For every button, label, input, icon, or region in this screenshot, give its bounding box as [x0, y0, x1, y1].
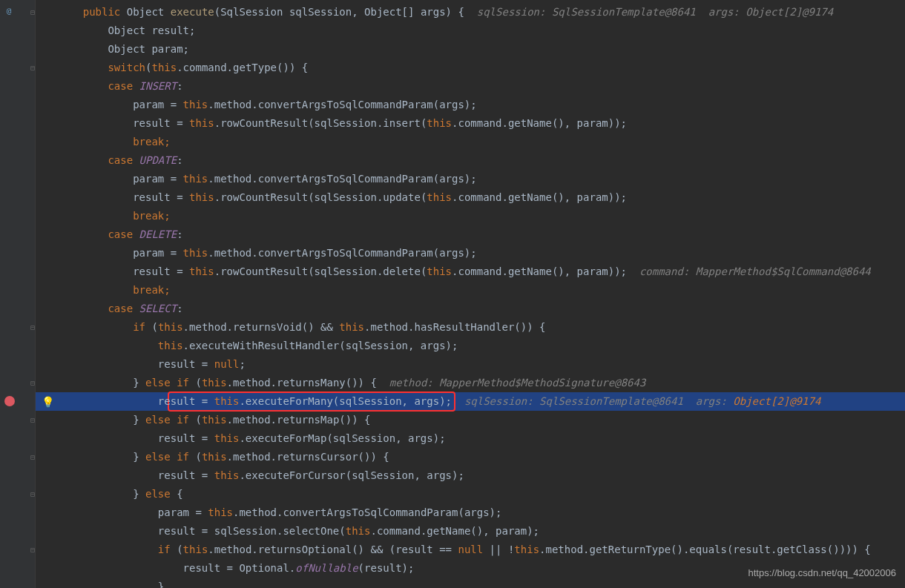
- code-line: result = this.rowCountResult(sqlSession.…: [58, 114, 905, 133]
- override-icon[interactable]: @: [3, 4, 15, 16]
- code-line: if (this.method.returnsOptional() && (re…: [58, 541, 905, 559]
- code-line: this.executeWithResultHandler(sqlSession…: [58, 337, 905, 355]
- code-line: } else if (this.method.returnsCursor()) …: [58, 448, 905, 466]
- code-line: if (this.method.returnsVoid() && this.me…: [58, 318, 905, 337]
- code-line: break;: [58, 207, 905, 225]
- code-editor[interactable]: public Object execute(SqlSession sqlSess…: [36, 0, 905, 588]
- code-line: result = this.executeForMany(sqlSession,…: [58, 392, 905, 411]
- code-line: case UPDATE:: [58, 151, 905, 170]
- code-line: result = this.rowCountResult(sqlSession.…: [58, 188, 905, 207]
- code-line: break;: [58, 281, 905, 300]
- code-line: Object result;: [58, 22, 905, 40]
- watermark-text: https://blog.csdn.net/qq_42002006: [748, 564, 897, 582]
- code-line: result = this.executeForMap(sqlSession, …: [58, 429, 905, 448]
- code-line: result = this.rowCountResult(sqlSession.…: [58, 262, 905, 281]
- code-line: result = this.executeForCursor(sqlSessio…: [58, 466, 905, 485]
- code-line: case SELECT:: [58, 300, 905, 318]
- code-line: break;: [58, 133, 905, 151]
- code-line: param = this.method.convertArgsToSqlComm…: [58, 244, 905, 262]
- code-line: case DELETE:: [58, 225, 905, 244]
- editor-gutter: @ ⊟ ⊟ ⊟ ⊟ ⊟ ⊟ ⊟ ⊟: [0, 0, 36, 588]
- code-line: public Object execute(SqlSession sqlSess…: [58, 3, 905, 22]
- code-line: result = null;: [58, 355, 905, 374]
- code-line: param = this.method.convertArgsToSqlComm…: [58, 503, 905, 522]
- breakpoint-icon[interactable]: [4, 396, 15, 406]
- code-line: } else if (this.method.returnsMany()) { …: [58, 374, 905, 392]
- code-line: } else {: [58, 485, 905, 503]
- code-line: switch(this.command.getType()) {: [58, 59, 905, 77]
- code-line: case INSERT:: [58, 77, 905, 96]
- code-line: param = this.method.convertArgsToSqlComm…: [58, 96, 905, 114]
- code-line: } else if (this.method.returnsMap()) {: [58, 411, 905, 429]
- code-line: result = sqlSession.selectOne(this.comma…: [58, 522, 905, 541]
- code-line: param = this.method.convertArgsToSqlComm…: [58, 170, 905, 188]
- code-line: Object param;: [58, 40, 905, 59]
